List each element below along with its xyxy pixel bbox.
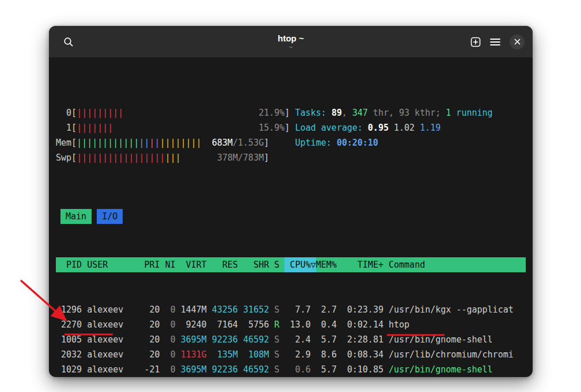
cell-shr: 31652	[243, 302, 274, 317]
process-row-1296[interactable]: 1296 alexeev 20 0 1447M 43256 31652 S 7.…	[56, 302, 526, 317]
sysinfo-line-0: Tasks: 89, 347 thr, 93 kthr; 1 running	[295, 105, 526, 120]
cell-cmd: /usr/bin/gnome-shell	[389, 332, 526, 347]
table-header: PID USER PRI NI VIRT RES SHR S CPU%▽MEM%…	[56, 257, 526, 272]
tab-io[interactable]: I/O	[97, 209, 123, 224]
col-header-time[interactable]: TIME+	[342, 257, 389, 272]
titlebar: htop ~ ~	[49, 26, 533, 58]
cell-user: alexeev	[87, 317, 144, 332]
cell-cpu: 2.4	[284, 332, 316, 347]
cell-time: 0:02.14	[342, 317, 389, 332]
cell-user: alexeev	[87, 347, 144, 362]
cell-res: 135M	[212, 347, 243, 362]
col-header-res[interactable]: RES	[212, 257, 243, 272]
col-header-cpu[interactable]: CPU%▽	[284, 257, 316, 272]
cell-mem: 8.6	[316, 347, 342, 362]
sysinfo-column: Tasks: 89, 347 thr, 93 kthr; 1 runningLo…	[295, 105, 526, 165]
cell-pri: 20	[145, 347, 165, 362]
cell-user: alexeev	[87, 362, 144, 377]
cell-pid: 2270	[56, 317, 87, 332]
meter-bars: ||||||||||||||||||||	[77, 150, 181, 165]
cell-shr: 46592	[243, 362, 274, 377]
col-header-cmd[interactable]: Command	[389, 257, 526, 272]
cell-cpu: 7.7	[284, 302, 316, 317]
close-button[interactable]	[510, 35, 525, 50]
cell-user: alexeev	[87, 302, 144, 317]
tab-main[interactable]: Main	[60, 209, 92, 224]
cell-mem: 5.7	[316, 362, 342, 377]
meter-cpu1: 1[|||||||15.9%]	[56, 120, 295, 135]
col-header-shr[interactable]: SHR	[243, 257, 274, 272]
col-header-ni[interactable]: NI	[165, 257, 181, 272]
meter-bars: |||||||	[77, 120, 113, 135]
col-header-pid[interactable]: PID	[56, 257, 87, 272]
meter-cpu0: 0[|||||||||21.9%]	[56, 105, 295, 120]
cell-time: 2:28.81	[342, 332, 389, 347]
sysinfo-line-2: Uptime: 00:20:10	[295, 135, 526, 150]
window-title: htop ~	[278, 33, 303, 44]
sysinfo-line-1: Load average: 0.95 1.02 1.19	[295, 120, 526, 135]
cell-pri: 20	[145, 302, 165, 317]
new-tab-icon	[470, 37, 481, 47]
cell-time: 0:10.85	[342, 362, 389, 377]
cell-cmd: htop	[389, 317, 526, 332]
cell-s: S	[274, 332, 284, 347]
col-header-mem[interactable]: MEM%	[316, 257, 342, 272]
cell-res: 92236	[212, 362, 243, 377]
cell-time: 0:08.34	[342, 347, 389, 362]
cell-cpu: 0.6	[284, 362, 316, 377]
cell-virt: 1131G	[181, 347, 212, 362]
cell-shr: 5756	[243, 317, 274, 332]
meter-bars: ||||||||||||||||||||||||	[77, 135, 202, 150]
meters-column: 0[|||||||||21.9%] 1[|||||||15.9%]Mem[|||…	[56, 105, 295, 165]
cell-user: alexeev	[87, 332, 144, 347]
cell-virt: 9240	[181, 317, 212, 332]
cell-res: 92236	[212, 332, 243, 347]
cell-mem: 0.4	[316, 317, 342, 332]
cell-pid: 2032	[56, 347, 87, 362]
meter-value: 21.9%	[259, 105, 284, 120]
col-header-user[interactable]: USER	[87, 257, 144, 272]
cell-res: 7164	[212, 317, 243, 332]
process-row-1005[interactable]: 1005 alexeev 20 0 3695M 92236 46592 S 2.…	[56, 332, 526, 347]
search-button[interactable]	[63, 36, 74, 48]
close-icon	[514, 39, 521, 45]
menu-button[interactable]	[490, 38, 500, 46]
window-title-area: htop ~ ~	[132, 33, 450, 51]
cell-s: S	[274, 362, 284, 377]
cell-ni: 0	[165, 347, 181, 362]
cell-virt: 3695M	[181, 362, 212, 377]
cell-res: 43256	[212, 302, 243, 317]
cell-ni: 0	[165, 302, 181, 317]
console-window: htop ~ ~	[49, 26, 533, 377]
cell-mem: 2.7	[316, 302, 342, 317]
cell-ni: 0	[165, 332, 181, 347]
cell-cmd: /usr/bin/kgx --gapplicat	[389, 302, 526, 317]
new-tab-button[interactable]	[470, 37, 481, 47]
cell-virt: 3695M	[181, 332, 212, 347]
cell-cmd: /usr/lib/chromium/chromi	[389, 347, 526, 362]
cell-pri: 20	[145, 317, 165, 332]
cell-ni: 0	[165, 362, 181, 377]
process-row-1029[interactable]: 1029 alexeev -21 0 3695M 92236 46592 S 0…	[56, 362, 526, 377]
col-header-s[interactable]: S	[274, 257, 284, 272]
col-header-pri[interactable]: PRI	[145, 257, 165, 272]
cell-pri: -21	[145, 362, 165, 377]
cell-pri: 20	[145, 332, 165, 347]
meter-value: 15.9%	[259, 120, 284, 135]
cell-s: S	[274, 302, 284, 317]
cell-cmd: /usr/bin/gnome-shell	[389, 362, 526, 377]
process-row-2270[interactable]: 2270 alexeev 20 0 9240 7164 5756 R 13.0 …	[56, 317, 526, 332]
cell-s: S	[274, 347, 284, 362]
hamburger-menu-icon	[490, 38, 500, 46]
col-header-virt[interactable]: VIRT	[181, 257, 212, 272]
screen-tabs: MainI/O	[56, 209, 526, 224]
cell-time: 0:23.39	[342, 302, 389, 317]
meter-swp: Swp[||||||||||||||||||||378M/783M]	[56, 150, 295, 165]
cell-pid: 1296	[56, 302, 87, 317]
cell-mem: 5.7	[316, 332, 342, 347]
cell-pid: 1029	[56, 362, 87, 377]
process-row-2032[interactable]: 2032 alexeev 20 0 1131G 135M 108M S 2.9 …	[56, 347, 526, 362]
cell-cpu: 13.0	[284, 317, 316, 332]
cell-ni: 0	[165, 317, 181, 332]
meter-bars: |||||||||	[77, 105, 123, 120]
